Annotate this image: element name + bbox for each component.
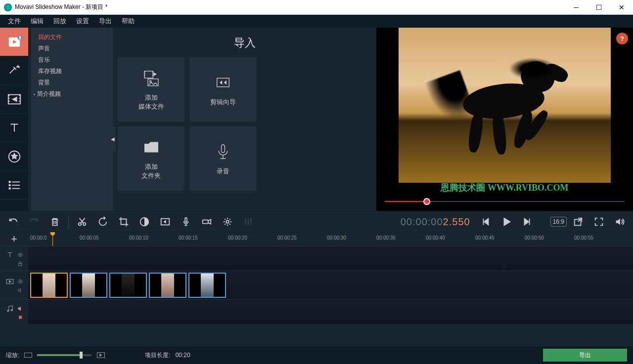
mute-icon[interactable] bbox=[17, 306, 23, 312]
mute-indicator[interactable]: ✖ bbox=[18, 315, 22, 320]
equalizer-button[interactable] bbox=[239, 212, 258, 231]
card-add-folder[interactable]: 添加 文件夹 bbox=[118, 126, 184, 191]
sidetool-titles[interactable] bbox=[0, 114, 28, 142]
ruler-tick: 00:00:05 bbox=[80, 235, 99, 241]
svg-point-11 bbox=[149, 81, 151, 82]
record-audio-button[interactable] bbox=[177, 212, 195, 231]
svg-point-20 bbox=[226, 220, 229, 223]
source-backgrounds[interactable]: 背景 bbox=[31, 77, 113, 88]
zoom-slider[interactable] bbox=[37, 354, 91, 356]
status-bar: 缩放: 项目长度: 00:20 导出 bbox=[0, 346, 633, 364]
timecode-display: 00:00:002.550 bbox=[401, 216, 470, 228]
visibility-icon[interactable] bbox=[17, 279, 23, 284]
next-frame-button[interactable] bbox=[518, 212, 537, 231]
zoom-out-button[interactable] bbox=[24, 353, 32, 358]
side-toolbar: ! bbox=[0, 28, 28, 211]
rotate-button[interactable] bbox=[93, 212, 112, 231]
timeline-clip[interactable] bbox=[30, 273, 68, 298]
timeline: + 00:00:0 00:00:05 00:00:10 00:00:15 00:… bbox=[0, 232, 633, 349]
source-music[interactable]: 音乐 bbox=[31, 54, 113, 66]
timeline-clip[interactable] bbox=[188, 273, 226, 298]
help-button[interactable]: ? bbox=[616, 33, 628, 44]
audio-icon[interactable] bbox=[17, 287, 23, 293]
source-list: 我的文件 声音 音乐 库存视频 背景 简介视频 ◀ bbox=[31, 28, 113, 211]
volume-button[interactable] bbox=[610, 212, 629, 231]
sidetool-transitions[interactable] bbox=[0, 85, 28, 114]
fullscreen-button[interactable] bbox=[589, 212, 608, 231]
menu-help[interactable]: 帮助 bbox=[117, 15, 139, 27]
lock-icon[interactable] bbox=[17, 261, 23, 267]
fit-timeline-button[interactable] bbox=[96, 352, 105, 359]
playhead[interactable] bbox=[52, 232, 53, 246]
media-files-icon bbox=[141, 68, 162, 88]
sidetool-stickers[interactable] bbox=[0, 142, 28, 171]
card-wizard[interactable]: 剪辑向导 bbox=[189, 57, 256, 121]
card-label: 剪辑向导 bbox=[210, 98, 236, 107]
duration-value: 00:20 bbox=[176, 352, 190, 359]
crop-button[interactable] bbox=[114, 212, 133, 231]
card-label: 录音 bbox=[217, 167, 229, 176]
play-button[interactable] bbox=[497, 212, 516, 231]
source-stock-video[interactable]: 库存视频 bbox=[31, 66, 113, 77]
maximize-button[interactable]: ☐ bbox=[588, 0, 610, 15]
export-button[interactable]: 导出 bbox=[543, 349, 627, 362]
ruler-tick: 00:00:15 bbox=[179, 235, 198, 241]
zoom-label: 缩放: bbox=[6, 351, 19, 360]
timeline-clip[interactable] bbox=[149, 273, 186, 298]
menu-edit[interactable]: 编辑 bbox=[26, 15, 48, 27]
svg-rect-10 bbox=[148, 79, 158, 86]
svg-rect-19 bbox=[203, 220, 208, 223]
source-sounds[interactable]: 声音 bbox=[31, 43, 113, 54]
clip-properties-button[interactable] bbox=[218, 212, 237, 231]
menu-settings[interactable]: 设置 bbox=[71, 15, 94, 27]
card-add-media[interactable]: 添加 媒体文件 bbox=[118, 57, 184, 121]
menu-export[interactable]: 导出 bbox=[94, 15, 117, 27]
svg-point-8 bbox=[9, 188, 10, 189]
redo-button[interactable] bbox=[25, 212, 44, 231]
card-label: 添加 媒体文件 bbox=[138, 93, 164, 111]
sidetool-filters[interactable] bbox=[0, 56, 28, 85]
sidetool-import[interactable]: ! bbox=[0, 28, 28, 56]
svg-point-22 bbox=[19, 254, 21, 256]
close-button[interactable]: ✕ bbox=[610, 0, 633, 15]
visibility-icon[interactable] bbox=[17, 252, 23, 258]
wizard-icon bbox=[213, 72, 233, 93]
svg-point-25 bbox=[19, 281, 21, 283]
ruler-tick: 00:00:45 bbox=[475, 235, 495, 241]
timeline-ruler[interactable]: 00:00:0 00:00:05 00:00:10 00:00:15 00:00… bbox=[28, 232, 633, 246]
ruler-tick: 00:00:30 bbox=[327, 235, 346, 241]
svg-point-6 bbox=[9, 181, 10, 183]
menu-playback[interactable]: 回放 bbox=[48, 15, 71, 27]
add-track-button[interactable]: + bbox=[0, 232, 28, 246]
prev-frame-button[interactable] bbox=[476, 212, 495, 231]
delete-button[interactable] bbox=[45, 212, 64, 231]
sidetool-more[interactable] bbox=[0, 171, 28, 200]
menu-file[interactable]: 文件 bbox=[3, 15, 26, 27]
editor-toolbar: 00:00:002.550 16:9 bbox=[0, 211, 633, 232]
source-my-files[interactable]: 我的文件 bbox=[31, 32, 113, 43]
cut-button[interactable] bbox=[73, 212, 91, 231]
ruler-tick: 00:00:0 bbox=[30, 235, 46, 241]
popout-button[interactable] bbox=[569, 212, 588, 231]
timeline-clip[interactable] bbox=[70, 273, 107, 298]
ruler-tick: 00:00:40 bbox=[426, 235, 445, 241]
aspect-ratio-button[interactable]: 16:9 bbox=[550, 217, 567, 227]
svg-rect-9 bbox=[144, 71, 153, 78]
collapse-source-pane[interactable]: ◀ bbox=[110, 126, 116, 151]
preview-progress[interactable] bbox=[385, 200, 625, 203]
audio-track: ✖ bbox=[0, 299, 633, 324]
color-adjust-button[interactable] bbox=[135, 212, 154, 231]
source-intro-video[interactable]: 简介视频 bbox=[31, 88, 113, 100]
svg-point-26 bbox=[7, 310, 8, 312]
svg-rect-13 bbox=[221, 145, 225, 153]
transition-wizard-button[interactable] bbox=[156, 212, 175, 231]
app-logo-icon bbox=[4, 3, 12, 11]
panel-title: 导入 bbox=[118, 28, 371, 57]
record-video-button[interactable] bbox=[197, 212, 216, 231]
minimize-button[interactable]: ─ bbox=[565, 0, 588, 15]
undo-button[interactable] bbox=[4, 212, 23, 231]
svg-rect-18 bbox=[185, 217, 187, 222]
timeline-clip[interactable] bbox=[109, 273, 147, 298]
card-record[interactable]: 录音 bbox=[189, 126, 256, 191]
folder-icon bbox=[141, 137, 162, 158]
